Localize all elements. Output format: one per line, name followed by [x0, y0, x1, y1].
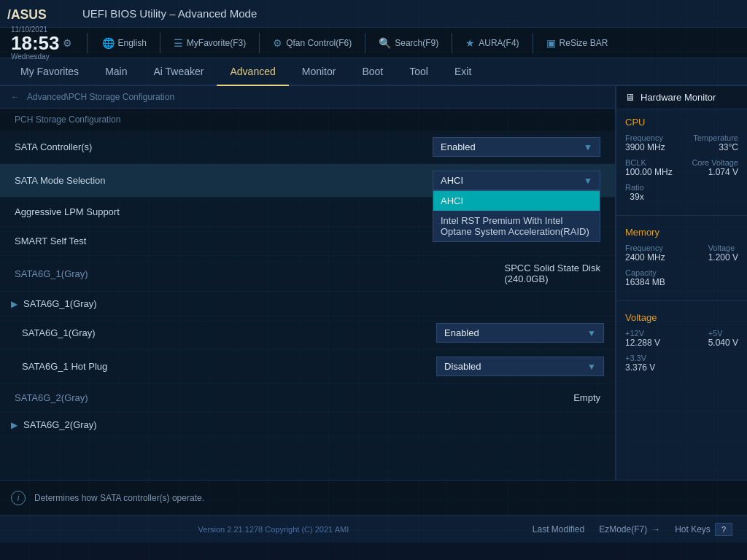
hw-cpu-bclk-row: BCLK 100.00 MHz Core Voltage 1.074 V: [625, 158, 738, 177]
toolbar-resizebar[interactable]: ▣ ReSize BAR: [546, 37, 608, 49]
hw-mem-cap-row: Capacity 16384 MB: [625, 268, 738, 287]
time-display: 18:53: [11, 34, 60, 52]
hw-12v-value: 12.288 V: [625, 338, 660, 348]
hotkeys-btn[interactable]: Hot Keys ?: [675, 523, 732, 536]
sata6g-1-hotplug-arrow-icon: ▼: [587, 362, 596, 372]
sata6g-1-sub-dropdown[interactable]: Enabled ▼: [436, 323, 604, 343]
toolbar-language[interactable]: 🌐 English: [102, 37, 147, 49]
sata-mode-value: AHCI: [441, 175, 463, 186]
hw-cpu-bclk-label: BCLK: [625, 158, 673, 167]
toolbar-aura[interactable]: ★ AURA(F4): [465, 37, 519, 49]
hw-mem-freq-row: Frequency 2400 MHz Voltage 1.200 V: [625, 244, 738, 262]
sata6g-1-hotplug-value: Disabled: [444, 361, 481, 372]
hw-voltage-section: Voltage +12V 12.288 V +5V 5.040 V +3.3V …: [616, 305, 747, 382]
hw-mem-freq-value: 2400 MHz: [625, 252, 665, 262]
search-icon: 🔍: [379, 37, 391, 49]
sata-mode-menu[interactable]: AHCI Intel RST Premium With Intel Optane…: [433, 190, 600, 242]
settings-icon[interactable]: ⚙: [63, 37, 72, 49]
sata6g-1-expand-label: SATA6G_1(Gray): [23, 298, 97, 309]
hw-33v-value: 3.376 V: [625, 362, 655, 373]
resizebar-label: ReSize BAR: [560, 38, 608, 48]
sidebar-item-ai-tweaker[interactable]: Ai Tweaker: [140, 58, 217, 85]
sata-mode-row[interactable]: SATA Mode Selection AHCI ▼ AHCI Intel RS…: [0, 164, 615, 198]
sata-controllers-label: SATA Controller(s): [15, 141, 433, 152]
info-icon: i: [11, 491, 26, 505]
favorite-icon: ☰: [174, 37, 183, 49]
hw-cpu-corevolt-label: Core Voltage: [692, 158, 738, 167]
sata6g-1-hotplug-label: SATA6G_1 Hot Plug: [22, 361, 436, 372]
bios-title: UEFI BIOS Utility – Advanced Mode: [82, 7, 257, 20]
sidebar-item-exit[interactable]: Exit: [441, 58, 484, 85]
last-modified-btn[interactable]: Last Modified: [533, 524, 584, 534]
sata6g-2-expandable-row[interactable]: ▶ SATA6G_2(Gray): [0, 413, 615, 438]
sata6g-1-sub-row[interactable]: SATA6G_1(Gray) Enabled ▼: [0, 316, 615, 350]
sata-mode-label: SATA Mode Selection: [15, 175, 433, 186]
div5: [533, 33, 533, 53]
last-modified-label: Last Modified: [533, 524, 584, 534]
sata-controllers-dropdown[interactable]: Enabled ▼: [433, 137, 600, 157]
sata6g-2-expand-label: SATA6G_2(Gray): [23, 419, 97, 430]
right-panel: 🖥 Hardware Monitor CPU Frequency 3900 MH…: [616, 86, 747, 480]
ezmode-btn[interactable]: EzMode(F7) →: [599, 524, 660, 534]
div3: [365, 33, 365, 53]
datetime-toolbar-bar: 11/10/2021 18:53 ⚙ Wednesday 🌐 English ☰…: [0, 28, 747, 58]
hw-volt-33v-row: +3.3V 3.376 V: [625, 354, 738, 373]
sata-controllers-btn[interactable]: Enabled ▼: [433, 137, 600, 157]
sata6g-2-info-label: SATA6G_2(Gray): [15, 392, 573, 403]
datetime-block: 11/10/2021 18:53 ⚙ Wednesday: [11, 26, 72, 61]
sata6g-1-hotplug-dropdown[interactable]: Disabled ▼: [436, 357, 604, 376]
sata-controllers-row[interactable]: SATA Controller(s) Enabled ▼: [0, 131, 615, 164]
sidebar-item-advanced[interactable]: Advanced: [217, 58, 288, 86]
hw-cpu-ratio-label: Ratio: [625, 183, 644, 192]
sata6g-1-sub-label: SATA6G_1(Gray): [22, 327, 436, 338]
monitor-icon: 🖥: [625, 92, 635, 103]
sata-mode-arrow-icon: ▼: [584, 176, 592, 186]
toolbar-qfan[interactable]: ⚙ Qfan Control(F6): [273, 37, 352, 49]
hw-volt-12v-row: +12V 12.288 V +5V 5.040 V: [625, 329, 738, 348]
toolbar-search[interactable]: 🔍 Search(F9): [379, 37, 438, 49]
sata6g-1-sub-btn[interactable]: Enabled ▼: [436, 323, 604, 343]
status-text: Determines how SATA controller(s) operat…: [34, 493, 204, 503]
svg-text:/ASUS: /ASUS: [7, 7, 47, 21]
dropdown-arrow-icon: ▼: [584, 142, 592, 152]
sata6g-1-hotplug-row[interactable]: SATA6G_1 Hot Plug Disabled ▼: [0, 350, 615, 384]
sidebar-item-monitor[interactable]: Monitor: [289, 58, 349, 85]
hw-mem-cap-value: 16384 MB: [625, 277, 665, 287]
hotkeys-box: ?: [715, 523, 732, 536]
hw-cpu-bclk-value: 100.00 MHz: [625, 167, 673, 177]
toolbar-items: 🌐 English ☰ MyFavorite(F3) ⚙ Qfan Contro…: [102, 33, 737, 53]
toolbar-divider: [87, 33, 88, 53]
sidebar-item-my-favorites[interactable]: My Favorites: [7, 58, 92, 85]
sidebar-item-main[interactable]: Main: [92, 58, 140, 85]
hw-cpu-corevolt-value: 1.074 V: [692, 167, 738, 177]
aura-icon: ★: [465, 37, 475, 49]
sata6g-1-hotplug-btn[interactable]: Disabled ▼: [436, 357, 604, 376]
section-header: PCH Storage Configuration: [0, 109, 615, 131]
qfan-label: Qfan Control(F6): [286, 38, 352, 48]
sata-mode-option-raid[interactable]: Intel RST Premium With Intel Optane Syst…: [433, 211, 600, 241]
search-label: Search(F9): [395, 38, 438, 48]
hotkeys-label: Hot Keys: [675, 524, 711, 534]
asus-logo: /ASUS: [7, 6, 71, 22]
hw-cpu-temp-label: Temperature: [693, 133, 738, 142]
ezmode-label: EzMode(F7): [599, 524, 647, 534]
sidebar-item-boot[interactable]: Boot: [349, 58, 396, 85]
sata6g-1-expandable-row[interactable]: ▶ SATA6G_1(Gray): [0, 292, 615, 316]
hw-12v-label: +12V: [625, 329, 660, 338]
expand-icon-2: ▶: [11, 420, 18, 430]
hw-mem-volt-label: Voltage: [708, 244, 738, 252]
footer-right: Last Modified EzMode(F7) → Hot Keys ?: [533, 523, 732, 536]
back-arrow-icon[interactable]: ←: [11, 92, 20, 102]
sata-mode-option-ahci[interactable]: AHCI: [433, 191, 600, 211]
hw-cpu-ratio-value: 39x: [625, 192, 644, 202]
hw-memory-title: Memory: [625, 227, 738, 238]
sidebar-item-tool[interactable]: Tool: [396, 58, 441, 85]
toolbar-myfavorite[interactable]: ☰ MyFavorite(F3): [174, 37, 246, 49]
sata-mode-btn[interactable]: AHCI ▼: [433, 171, 600, 190]
footer: Version 2.21.1278 Copyright (C) 2021 AMI…: [0, 515, 747, 542]
hw-cpu-freq-row: Frequency 3900 MHz Temperature 33°C: [625, 133, 738, 152]
globe-icon: 🌐: [102, 37, 115, 49]
sata-mode-dropdown[interactable]: AHCI ▼ AHCI Intel RST Premium With Intel…: [433, 171, 600, 190]
hw-mem-volt-value: 1.200 V: [708, 252, 738, 262]
sata6g-2-empty: Empty: [573, 392, 600, 403]
